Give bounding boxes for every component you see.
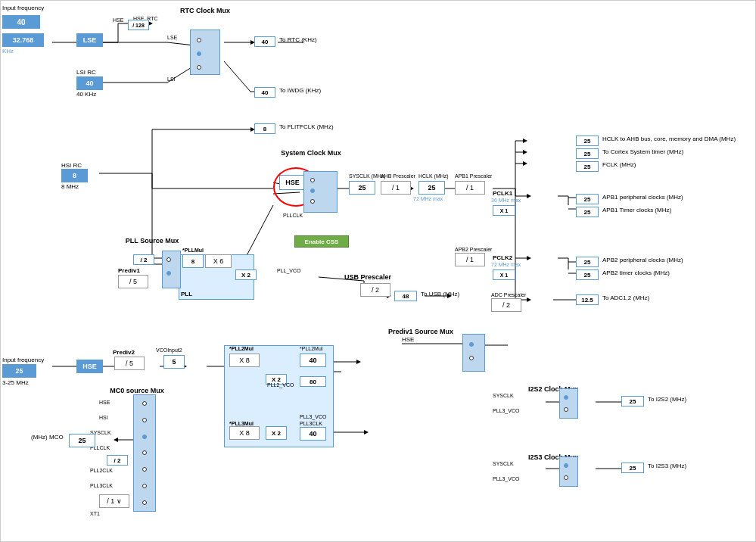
pll2clk-val: 40 bbox=[300, 354, 326, 367]
prediv1-label: Prediv1 bbox=[118, 267, 140, 274]
prediv2-label: Prediv2 bbox=[113, 349, 135, 356]
prediv1-source-mux-title: Prediv1 Source Mux bbox=[379, 328, 462, 335]
pll2mul-label: *PLL2Mul bbox=[229, 346, 254, 351]
hclk-mhz-label: HCLK (MHz) bbox=[418, 173, 449, 179]
i2s2-mux-shape bbox=[559, 388, 578, 419]
adc-out-label: To ADC1,2 (MHz) bbox=[602, 294, 649, 301]
apb2-peripheral-label: APB2 peripheral clocks (MHz) bbox=[602, 257, 683, 263]
mco-div1-dropdown[interactable]: / 1 ∨ bbox=[99, 494, 129, 508]
lse-mux-label: LSE bbox=[167, 35, 177, 40]
pll-div2-box: / 2 bbox=[133, 254, 154, 265]
rtc-out-label: To RTC (KHz) bbox=[279, 36, 317, 43]
hse-rtc-line-label: HSE bbox=[113, 17, 123, 23]
i2s2-mux-dot2 bbox=[564, 407, 568, 412]
vcoinput2-label: VCOInput2 bbox=[156, 347, 182, 353]
pll3-vco-label: PLL3_VCO bbox=[300, 414, 326, 419]
pclk1-max: 36 MHz max bbox=[491, 198, 521, 203]
pllclk-sys-label: PLLCLK bbox=[283, 213, 303, 218]
apb2-p-val: 25 bbox=[576, 257, 599, 267]
mco-source-mux-title: MC0 source Mux bbox=[99, 387, 175, 394]
svg-marker-35 bbox=[523, 139, 527, 143]
pll2-vco-label: PLL2_VCO bbox=[267, 382, 294, 388]
cortex-val: 25 bbox=[576, 148, 599, 159]
i2s3-mux-dot2 bbox=[564, 475, 568, 480]
input-freq-bottom-label: Input frequency bbox=[2, 357, 48, 363]
adc-out-val: 12.5 bbox=[576, 294, 599, 305]
i2s3-out-val: 25 bbox=[621, 463, 644, 473]
mco-out-label: (MHz) MCO bbox=[31, 434, 64, 441]
pclk1-label: PCLK1 bbox=[493, 190, 512, 197]
i2s2-mux-dot1 bbox=[564, 395, 568, 400]
lse-box: LSE bbox=[76, 33, 103, 47]
usb-out-label: To USB (MHz) bbox=[421, 291, 459, 297]
mco-mux-dot4 bbox=[142, 450, 147, 455]
usb-div-dropdown[interactable]: / 2 bbox=[360, 283, 390, 297]
adc-prescaler-label: ADC Prescaler bbox=[491, 292, 526, 297]
i2s2-out-label: To I2S2 (MHz) bbox=[648, 396, 686, 403]
rtc-mux-dot3 bbox=[197, 65, 201, 70]
input-freq-top-value: 40 bbox=[2, 15, 40, 29]
usb-prescaler-title: USB Prescaler bbox=[334, 273, 402, 281]
prediv2-dropdown[interactable]: / 5 bbox=[114, 357, 145, 370]
iwdg-out-box: 40 bbox=[254, 87, 275, 98]
pll3mul-label: *PLL3Mul bbox=[229, 421, 254, 426]
svg-marker-99 bbox=[364, 430, 369, 435]
hclk-ahb-val: 25 bbox=[576, 136, 599, 146]
fclk-label: FCLK (MHz) bbox=[602, 161, 636, 168]
pll3-x2-box: X 2 bbox=[266, 426, 287, 440]
enable-css-button[interactable]: Enable CSS bbox=[294, 235, 349, 248]
apb2-x1-box: X 1 bbox=[493, 269, 515, 280]
pll-x6-dropdown[interactable]: X 6 bbox=[205, 254, 232, 268]
pll-mux-dot1 bbox=[166, 257, 171, 262]
svg-marker-36 bbox=[523, 150, 527, 154]
rtc-clock-mux-title: RTC Clock Mux bbox=[175, 7, 235, 14]
lsi-40-box: 40 bbox=[76, 76, 103, 90]
hsi-8-box: 8 bbox=[61, 169, 88, 182]
input-freq-top-box: 32.768 bbox=[2, 33, 44, 47]
sys-mux-dot2 bbox=[310, 188, 315, 193]
mco-mux-dot5 bbox=[142, 467, 147, 472]
mco-pll3clk-label: PLL3CLK bbox=[90, 483, 113, 488]
pll-source-mux-shape bbox=[162, 251, 181, 288]
pclk2-max: 72 MHz max bbox=[491, 262, 521, 267]
apb2-div-dropdown[interactable]: / 1 bbox=[455, 253, 485, 266]
apb1-prescaler-label: APB1 Prescaler bbox=[455, 173, 492, 179]
pclk2-label: PCLK2 bbox=[493, 254, 512, 261]
adc-div-dropdown[interactable]: / 2 bbox=[491, 298, 521, 312]
vcoinput2-val: 5 bbox=[163, 355, 185, 369]
apb1-t-val: 25 bbox=[576, 207, 599, 217]
i2s3-out-label: To I2S3 (MHz) bbox=[648, 463, 686, 469]
apb2-timer-label: APB2 timer clocks (MHz) bbox=[602, 269, 670, 276]
pll2mul-dropdown[interactable]: X 8 bbox=[229, 354, 260, 367]
pll3clk-val: 40 bbox=[300, 427, 326, 441]
mco-val: 25 bbox=[69, 434, 95, 447]
svg-marker-49 bbox=[527, 256, 531, 260]
prediv1-mux-dot1 bbox=[469, 342, 474, 347]
flitfclk-label: To FLITFCLK (MHz) bbox=[279, 123, 334, 130]
pll3mul-dropdown[interactable]: X 8 bbox=[229, 426, 260, 440]
pll-8-box: 8 bbox=[182, 254, 204, 268]
prediv1-mux-shape bbox=[462, 334, 485, 372]
apb2-t-val: 25 bbox=[576, 269, 599, 280]
mco-mux-shape bbox=[133, 394, 156, 512]
apb1-div-dropdown[interactable]: / 1 bbox=[455, 181, 485, 195]
i2s2-clock-mux-title: I2S2 Clock Mux bbox=[515, 385, 591, 393]
hclk-max-label: 72 MHz max bbox=[413, 196, 443, 201]
svg-marker-94 bbox=[356, 360, 361, 364]
pll3clk-label: PLL3CLK bbox=[300, 421, 322, 426]
pll2-vco-val: 80 bbox=[300, 376, 326, 387]
mco-pll2clk-label: PLL2CLK bbox=[90, 468, 113, 473]
mco-mux-dot2 bbox=[142, 418, 147, 422]
prediv1-dropdown[interactable]: / 5 bbox=[118, 275, 148, 288]
ahb-prescaler-label: AHB Prescaler bbox=[381, 173, 415, 179]
sys-mux-dot1 bbox=[310, 178, 315, 182]
hsi-8-unit: 8 MHz bbox=[61, 183, 79, 190]
usb-out-val: 48 bbox=[394, 291, 417, 301]
svg-marker-82 bbox=[114, 438, 118, 442]
svg-marker-37 bbox=[523, 161, 527, 166]
lsi-rc-label: LSI RC bbox=[76, 69, 96, 76]
ahb-div-dropdown[interactable]: / 1 bbox=[381, 181, 411, 195]
apb1-x1-box: X 1 bbox=[493, 205, 515, 216]
rtc-out-box: 40 bbox=[254, 36, 275, 47]
system-clock-mux-title: System Clock Mux bbox=[273, 149, 349, 157]
